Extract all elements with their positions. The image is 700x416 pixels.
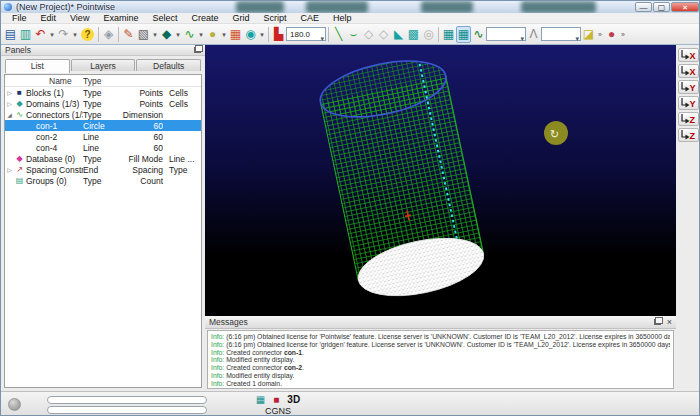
spacing-combo[interactable] bbox=[541, 27, 581, 41]
orient-view-icon[interactable]: ▙ bbox=[271, 26, 286, 43]
spacing-icon[interactable]: Λ bbox=[526, 26, 541, 43]
close-button[interactable]: × bbox=[671, 2, 699, 12]
tree-row[interactable]: ▷ ◆ Domains (1/3) Type Points Cells bbox=[5, 98, 201, 109]
menu-view[interactable]: View bbox=[63, 13, 96, 23]
arc-segment-icon[interactable]: ⌣ bbox=[346, 26, 361, 43]
app-icon bbox=[4, 3, 12, 11]
dropdown-icon[interactable]: ▾ bbox=[151, 26, 159, 43]
menu-create[interactable]: Create bbox=[184, 13, 225, 23]
message-text: Created connector bbox=[226, 349, 284, 356]
toolbar-separator[interactable] bbox=[116, 26, 121, 43]
connector-curve-icon[interactable]: ∿ bbox=[182, 26, 197, 43]
entity-type: Type bbox=[83, 99, 119, 109]
rotation-angle-combo[interactable]: 180.0 bbox=[286, 27, 326, 41]
tree-row[interactable]: ▷ ■ Blocks (1) Type Points Cells bbox=[5, 87, 201, 98]
dropdown-icon[interactable]: ▾ bbox=[197, 26, 205, 43]
redo-icon[interactable]: ↷ bbox=[56, 26, 71, 43]
expander-icon[interactable]: ▷ bbox=[5, 100, 14, 107]
surface-blob-icon[interactable]: ● bbox=[205, 26, 220, 43]
tree-row[interactable]: ◆ Database (0) Type Fill Mode Line ... bbox=[5, 153, 201, 164]
dropdown-icon[interactable]: ▾ bbox=[258, 26, 266, 43]
gem-icon[interactable]: ◈ bbox=[101, 26, 116, 43]
toolbar-separator[interactable] bbox=[436, 26, 441, 43]
menu-select[interactable]: Select bbox=[145, 13, 184, 23]
tree-row[interactable]: con-2 Line 60 bbox=[5, 131, 201, 142]
view-minus-y-button[interactable]: Y bbox=[678, 96, 699, 110]
view-minus-z-button[interactable]: Z bbox=[678, 128, 699, 142]
solid-diamond-icon[interactable]: ◆ bbox=[159, 26, 174, 43]
tab-list[interactable]: List bbox=[5, 59, 70, 73]
menu-file[interactable]: File bbox=[5, 13, 34, 23]
line-segment-icon[interactable]: ╲ bbox=[331, 26, 346, 43]
help-icon[interactable]: ? bbox=[81, 28, 94, 41]
dimension-mode-label[interactable]: 3D bbox=[287, 394, 300, 406]
tree-row[interactable]: con-1 Circle 60 bbox=[5, 120, 201, 131]
highlight-icon[interactable]: ◪ bbox=[581, 26, 596, 43]
expander-icon[interactable]: ▷ bbox=[5, 166, 14, 173]
image-palette-icon[interactable]: ▦ bbox=[228, 26, 243, 43]
tree-row[interactable]: ▤ Groups (0) Type Count bbox=[5, 175, 201, 186]
expander-icon[interactable]: ◢ bbox=[5, 111, 14, 118]
tab-layers[interactable]: Layers bbox=[71, 59, 136, 71]
view-cube-icon[interactable]: ▧ bbox=[136, 26, 151, 43]
undo-dropdown-icon[interactable]: ▾ bbox=[48, 26, 56, 43]
dropdown-icon[interactable]: ▾ bbox=[174, 26, 182, 43]
expander-icon[interactable]: ▷ bbox=[5, 89, 14, 96]
tab-defaults[interactable]: Defaults bbox=[136, 59, 201, 71]
copy-icon[interactable]: ▥ bbox=[18, 26, 33, 43]
save-icon[interactable]: ▤ bbox=[3, 26, 18, 43]
rings-icon[interactable]: ◎ bbox=[421, 26, 436, 43]
dimension-combo[interactable] bbox=[486, 27, 526, 41]
entity-type: Line bbox=[83, 143, 119, 153]
view-minus-x-button[interactable]: X bbox=[678, 64, 699, 78]
menu-grid[interactable]: Grid bbox=[225, 13, 256, 23]
overflow-icon[interactable]: » bbox=[619, 26, 627, 43]
unstructured-grid-icon[interactable]: ▦ bbox=[456, 26, 471, 43]
panels-header: Panels bbox=[1, 45, 205, 56]
view-plus-y-button[interactable]: Y bbox=[678, 80, 699, 94]
cell-type-grid-icon[interactable]: ▦ bbox=[256, 394, 265, 406]
structured-grid-icon[interactable]: ▦ bbox=[441, 26, 456, 43]
toolbar-separator[interactable] bbox=[266, 26, 271, 43]
tree-row[interactable]: ▷ ↗ Spacing Constrai... End Spacing Type bbox=[5, 164, 201, 175]
overflow-icon[interactable]: » bbox=[596, 26, 604, 43]
maximize-button[interactable]: ▢ bbox=[653, 2, 670, 12]
undo-icon[interactable]: ↶ bbox=[33, 26, 48, 43]
tree-row[interactable]: ◢ ∿ Connectors (1/3) Type Dimension bbox=[5, 109, 201, 120]
brick-icon[interactable]: ▩ bbox=[406, 26, 421, 43]
diamond-outline-icon[interactable]: ◇ bbox=[376, 26, 391, 43]
cae-solver-label[interactable]: CGNS bbox=[232, 406, 324, 416]
diamond-outline-icon[interactable]: ◇ bbox=[361, 26, 376, 43]
close-messages-icon[interactable]: × bbox=[667, 318, 672, 326]
float-panel-icon[interactable] bbox=[194, 47, 201, 53]
desktop-bleed-decoration bbox=[306, 1, 368, 13]
mask-icon[interactable]: ◉ bbox=[243, 26, 258, 43]
menu-help[interactable]: Help bbox=[326, 13, 359, 23]
solver-cube-icon[interactable]: ■ bbox=[273, 394, 279, 406]
menu-edit[interactable]: Edit bbox=[34, 13, 64, 23]
dimension-icon[interactable]: ∿ bbox=[471, 26, 486, 43]
wedge-icon[interactable]: ◣ bbox=[391, 26, 406, 43]
redo-dropdown-icon[interactable]: ▾ bbox=[71, 26, 79, 43]
menu-cae[interactable]: CAE bbox=[293, 13, 326, 23]
display-viewport[interactable]: ↻ bbox=[205, 45, 676, 316]
pointwise-window: (New Project)* Pointwise — ▢ × File Edit… bbox=[0, 0, 700, 416]
tree-header-name[interactable]: Name bbox=[25, 76, 83, 86]
view-plus-z-button[interactable]: Z bbox=[678, 112, 699, 126]
entity-tree[interactable]: Name Type ▷ ■ Blocks (1) Type Points Cel… bbox=[4, 74, 202, 388]
dropdown-icon[interactable]: ▾ bbox=[220, 26, 228, 43]
render-mask-icon[interactable]: ● bbox=[604, 26, 619, 43]
menu-examine[interactable]: Examine bbox=[96, 13, 145, 23]
tree-row[interactable]: con-4 Line 60 bbox=[5, 142, 201, 153]
float-messages-icon[interactable] bbox=[654, 319, 661, 325]
view-plus-x-button[interactable]: X bbox=[678, 48, 699, 62]
title-bar[interactable]: (New Project)* Pointwise — ▢ × bbox=[1, 1, 700, 13]
message-severity: Info: bbox=[211, 372, 224, 379]
menu-script[interactable]: Script bbox=[256, 13, 293, 23]
tree-header-type[interactable]: Type bbox=[83, 76, 119, 86]
toolbar-separator[interactable] bbox=[326, 26, 331, 43]
minimize-button[interactable]: — bbox=[635, 2, 652, 12]
messages-log[interactable]: Info: (6:16 pm) Obtained license for 'Po… bbox=[207, 330, 674, 389]
toolbar-separator[interactable] bbox=[96, 26, 101, 43]
paintbrush-icon[interactable]: ✎ bbox=[121, 26, 136, 43]
